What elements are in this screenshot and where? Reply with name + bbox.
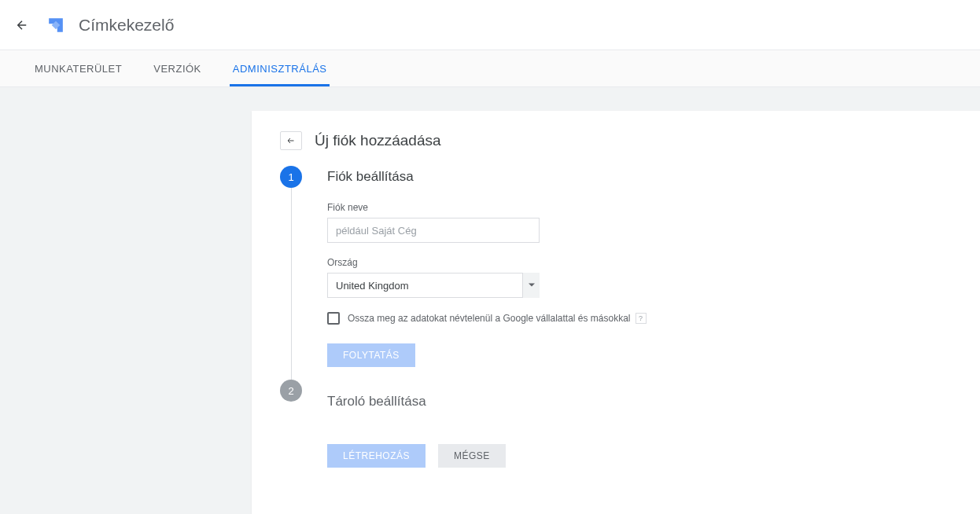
account-name-label: Fiók neve xyxy=(327,202,952,213)
help-icon[interactable]: ? xyxy=(636,313,647,324)
account-name-input[interactable] xyxy=(327,218,540,243)
share-data-checkbox[interactable] xyxy=(327,312,340,325)
step-connector-line xyxy=(291,188,292,391)
tab-versions[interactable]: VERZIÓK xyxy=(138,50,217,86)
app-title: Címkekezelő xyxy=(79,16,174,35)
create-button[interactable]: LÉTREHOZÁS xyxy=(327,444,426,468)
card-title: Új fiók hozzáadása xyxy=(315,132,441,149)
stepper: 1 Fiók beállítása Fiók neve Ország Unite… xyxy=(280,166,952,425)
arrow-back-icon xyxy=(285,136,297,145)
step-2-circle: 2 xyxy=(280,380,302,402)
step-1: 1 Fiók beállítása Fiók neve Ország Unite… xyxy=(327,166,952,380)
tab-admin[interactable]: ADMINISZTRÁLÁS xyxy=(217,50,343,86)
cancel-button[interactable]: MÉGSE xyxy=(438,444,506,468)
back-arrow-button[interactable] xyxy=(13,16,31,35)
share-data-label: Ossza meg az adatokat névtelenül a Googl… xyxy=(348,313,631,324)
page-background: Új fiók hozzáadása 1 Fiók beállítása Fió… xyxy=(0,87,980,514)
country-select[interactable]: United Kingdom xyxy=(327,273,540,298)
account-name-field: Fiók neve xyxy=(327,202,952,243)
step-1-title: Fiók beállítása xyxy=(327,166,952,188)
country-label: Ország xyxy=(327,257,952,268)
step-2: 2 Tároló beállítása xyxy=(327,380,952,425)
country-field: Ország United Kingdom xyxy=(327,257,952,298)
new-account-card: Új fiók hozzáadása 1 Fiók beállítása Fió… xyxy=(252,111,980,514)
step-2-title: Tároló beállítása xyxy=(327,391,952,413)
tab-workspace[interactable]: MUNKATERÜLET xyxy=(19,50,138,86)
tabs-bar: MUNKATERÜLET VERZIÓK ADMINISZTRÁLÁS xyxy=(0,50,980,87)
action-row: LÉTREHOZÁS MÉGSE xyxy=(280,444,952,468)
gtm-logo-icon xyxy=(44,13,68,37)
share-data-row: Ossza meg az adatokat névtelenül a Googl… xyxy=(327,312,952,325)
arrow-left-icon xyxy=(15,18,29,32)
card-header: Új fiók hozzáadása xyxy=(280,131,952,150)
app-header: Címkekezelő xyxy=(0,0,980,50)
card-back-button[interactable] xyxy=(280,131,302,150)
step-1-circle: 1 xyxy=(280,166,302,188)
country-select-wrapper: United Kingdom xyxy=(327,273,540,298)
continue-button[interactable]: FOLYTATÁS xyxy=(327,343,415,367)
